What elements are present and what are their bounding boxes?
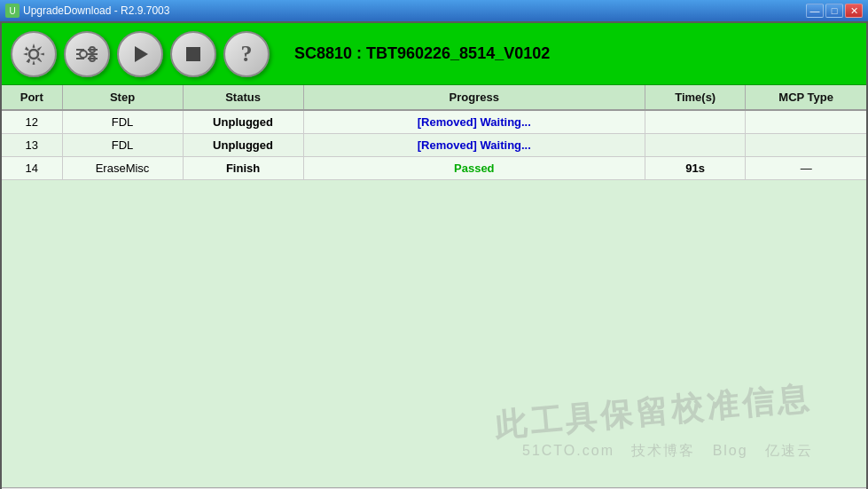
stop-button[interactable] [170,31,216,77]
cell-mcp: — [746,157,866,180]
cell-progress: Passed [303,157,645,180]
main-window: ? SC8810 : TBT960226_8514_V0102 Port Ste… [0,21,868,489]
help-button[interactable]: ? [223,31,270,77]
cell-step: EraseMisc [62,157,183,180]
close-button[interactable]: ✕ [845,4,863,18]
cell-time [645,110,746,134]
toolbar: ? SC8810 : TBT960226_8514_V0102 [2,23,866,85]
cell-time [645,134,746,157]
table-row: 14 EraseMisc Finish Passed 91s — [2,157,866,180]
window-controls: — □ ✕ [806,4,863,18]
col-header-step: Step [62,85,183,110]
watermark-main: 此工具保留校准信息 [493,376,815,447]
cell-status: Finish [183,157,303,180]
table-header-row: Port Step Status Progress Time(s) MCP Ty… [2,85,866,110]
table-row: 13 FDL Unplugged [Removed] Waiting... [2,134,866,157]
cell-port: 13 [2,134,62,157]
cell-port: 14 [2,157,62,180]
cell-port: 12 [2,110,62,134]
col-header-time: Time(s) [645,85,746,110]
title-bar: U UpgradeDownload - R2.9.7003 — □ ✕ [0,0,868,21]
maximize-button[interactable]: □ [825,4,843,18]
cell-progress: [Removed] Waiting... [303,110,645,134]
svg-marker-10 [135,46,148,62]
advanced-settings-button[interactable] [64,31,110,77]
start-button[interactable] [117,31,163,77]
col-header-port: Port [2,85,62,110]
cell-status: Unplugged [183,110,303,134]
svg-rect-11 [186,47,200,61]
table-row: 12 FDL Unplugged [Removed] Waiting... [2,110,866,134]
content-area: Port Step Status Progress Time(s) MCP Ty… [2,85,866,487]
watermark-sub: 51CTO.com 技术博客 Blog 亿速云 [522,442,813,461]
cell-progress: [Removed] Waiting... [303,134,645,157]
cell-mcp [746,134,866,157]
title-bar-text: UpgradeDownload - R2.9.7003 [23,4,169,17]
settings-button[interactable] [11,31,57,77]
cell-status: Unplugged [183,134,303,157]
app-icon: U [5,4,20,18]
toolbar-title: SC8810 : TBT960226_8514_V0102 [294,44,550,63]
svg-point-1 [80,51,87,58]
cell-step: FDL [62,134,183,157]
minimize-button[interactable]: — [806,4,824,18]
col-header-progress: Progress [303,85,645,110]
watermark-area: 此工具保留校准信息 51CTO.com 技术博客 Blog 亿速云 [2,180,866,487]
data-table: Port Step Status Progress Time(s) MCP Ty… [2,85,866,180]
col-header-mcp: MCP Type [746,85,866,110]
cell-time: 91s [645,157,746,180]
cell-mcp [746,110,866,134]
cell-step: FDL [62,110,183,134]
col-header-status: Status [183,85,303,110]
svg-point-0 [29,50,38,59]
